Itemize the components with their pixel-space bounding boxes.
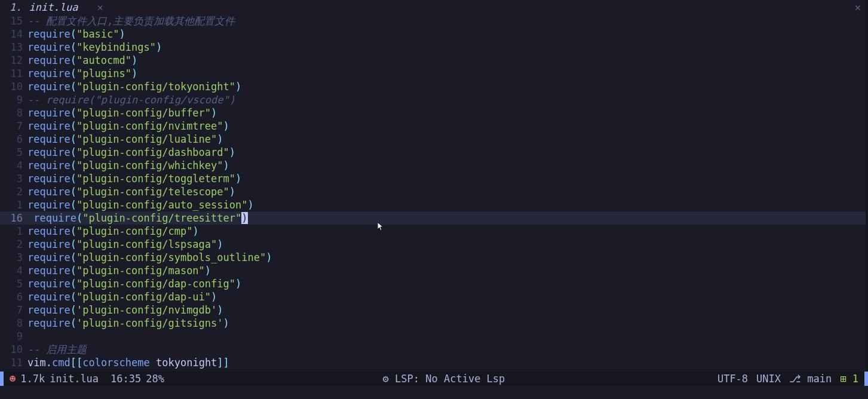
code-content: require("autocmd") [26, 54, 868, 67]
code-line[interactable]: 3require("plugin-config/toggleterm") [0, 172, 868, 185]
code-line[interactable]: 1require("plugin-config/cmp") [0, 225, 868, 238]
code-line[interactable]: 9-- require("plugin-config/vscode") [0, 93, 868, 106]
code-content: require("plugin-config/telescope") [26, 185, 868, 198]
code-content: require("plugin-config/dashboard") [26, 146, 868, 159]
code-content: require("plugin-config/auto_session") [26, 198, 868, 211]
git-icon: ⎇ [789, 373, 801, 385]
code-content: require("plugin-config/lualine") [26, 133, 868, 146]
diff-add-count: 1 [852, 373, 858, 385]
line-number: 15 [0, 14, 26, 27]
file-size: 1.7k [20, 373, 45, 385]
line-number: 11 [0, 356, 26, 369]
editor-area[interactable]: 15-- 配置文件入口,主要负责加载其他配置文件14require("basic… [0, 14, 868, 372]
code-content: require("plugin-config/toggleterm") [26, 172, 868, 185]
line-number: 12 [0, 54, 26, 67]
window-separator [866, 0, 868, 385]
tab-index: 1. [10, 1, 22, 13]
line-number: 5 [0, 146, 26, 159]
statusline: ☻ 1.7k init.lua 16:35 28% ⚙ LSP: No Acti… [0, 372, 868, 386]
status-left: ☻ 1.7k init.lua [4, 373, 105, 385]
line-number: 3 [0, 251, 26, 264]
encoding: UTF-8 [717, 373, 748, 385]
tab-init-lua[interactable]: 1. init.lua ✕ [4, 1, 109, 13]
code-line[interactable]: 11require("plugins") [0, 67, 868, 80]
code-line[interactable]: 15-- 配置文件入口,主要负责加载其他配置文件 [0, 14, 868, 27]
code-content: require("plugin-config/mason") [26, 264, 868, 277]
code-content: require("plugin-config/tokyonight") [26, 80, 868, 93]
code-content: require("plugins") [26, 67, 868, 80]
code-line[interactable]: 4require("plugin-config/mason") [0, 264, 868, 277]
code-line[interactable]: 2require("plugin-config/telescope") [0, 185, 868, 198]
code-line[interactable]: 11vim.cmd[[colorscheme tokyonight]] [0, 356, 868, 369]
line-number: 7 [0, 303, 26, 317]
line-number: 5 [0, 277, 26, 290]
cursor-position: 16:35 [111, 373, 141, 385]
line-number: 10 [0, 343, 26, 356]
code-content: require("plugin-config/nvimtree") [26, 119, 868, 133]
code-line[interactable]: 6require("plugin-config/dap-ui") [0, 290, 868, 303]
code-content: require('plugin-config/gitsigns') [26, 317, 868, 330]
line-number: 4 [0, 159, 26, 172]
line-number: 1 [0, 225, 26, 238]
tab-close-icon[interactable]: ✕ [97, 1, 103, 13]
code-line[interactable]: 12require("autocmd") [0, 54, 868, 67]
line-number: 9 [0, 93, 26, 106]
code-content: require("plugin-config/lspsaga") [26, 238, 868, 251]
branch-name: main [807, 373, 832, 385]
code-content: vim.cmd[[colorscheme tokyonight]] [26, 356, 868, 369]
code-line[interactable]: 4require("plugin-config/whichkey") [0, 159, 868, 172]
line-number: 6 [0, 290, 26, 303]
file-format: UNIX [756, 373, 781, 385]
lsp-icon: ⚙ [383, 373, 389, 385]
code-line[interactable]: 5require("plugin-config/dashboard") [0, 146, 868, 159]
line-number: 11 [0, 67, 26, 80]
code-content: require("basic") [26, 27, 868, 41]
code-line[interactable]: 7require("plugin-config/nvimtree") [0, 119, 868, 133]
code-line[interactable]: 1require("plugin-config/auto_session") [0, 198, 868, 211]
code-line[interactable]: 13require("keybindings") [0, 41, 868, 54]
code-line[interactable]: 14require("basic") [0, 27, 868, 41]
line-number: 2 [0, 185, 26, 198]
code-line[interactable]: 9 [0, 330, 868, 343]
code-line[interactable]: 10require("plugin-config/tokyonight") [0, 80, 868, 93]
code-content: require("plugin-config/cmp") [26, 225, 868, 238]
line-number: 3 [0, 172, 26, 185]
line-number: 9 [0, 330, 26, 343]
code-line[interactable]: 5require("plugin-config/dap-config") [0, 277, 868, 290]
scroll-percent: 28% [146, 373, 164, 385]
status-position: 16:35 28% [105, 373, 170, 385]
line-number: 13 [0, 41, 26, 54]
code-line[interactable]: 7require('plugin-config/nvimgdb') [0, 303, 868, 317]
status-right: UTF-8 UNIX ⎇ main ⊞ 1 [717, 373, 864, 385]
code-content: -- 启用主题 [26, 343, 868, 356]
code-content: require("plugin-config/treesitter") [26, 211, 868, 225]
code-line[interactable]: 10-- 启用主题 [0, 343, 868, 356]
code-content: require("plugin-config/symbols_outline") [26, 251, 868, 264]
window-close-icon[interactable]: ✕ [855, 1, 861, 13]
line-number: 8 [0, 106, 26, 119]
code-content: require("plugin-config/buffer") [26, 106, 868, 119]
line-number: 2 [0, 238, 26, 251]
code-line[interactable]: 16 require("plugin-config/treesitter") [0, 211, 868, 225]
code-line[interactable]: 3require("plugin-config/symbols_outline"… [0, 251, 868, 264]
code-line[interactable]: 6require("plugin-config/lualine") [0, 133, 868, 146]
line-number: 10 [0, 80, 26, 93]
line-number: 7 [0, 119, 26, 133]
command-line[interactable] [0, 386, 868, 399]
code-content [26, 330, 868, 343]
file-name: init.lua [50, 373, 99, 385]
file-icon: ☻ [10, 373, 16, 385]
status-center: ⚙ LSP: No Active Lsp [170, 373, 717, 385]
line-number: 4 [0, 264, 26, 277]
code-line[interactable]: 8require("plugin-config/buffer") [0, 106, 868, 119]
code-line[interactable]: 2require("plugin-config/lspsaga") [0, 238, 868, 251]
code-content: require('plugin-config/nvimgdb') [26, 303, 868, 317]
line-number: 16 [0, 211, 26, 225]
line-number: 6 [0, 133, 26, 146]
git-branch: ⎇ main [789, 373, 832, 385]
line-number: 8 [0, 317, 26, 330]
code-line[interactable]: 8require('plugin-config/gitsigns') [0, 317, 868, 330]
cursor: ) [241, 212, 247, 224]
tab-filename: init.lua [29, 1, 78, 13]
tab-bar: 1. init.lua ✕ [0, 0, 868, 14]
